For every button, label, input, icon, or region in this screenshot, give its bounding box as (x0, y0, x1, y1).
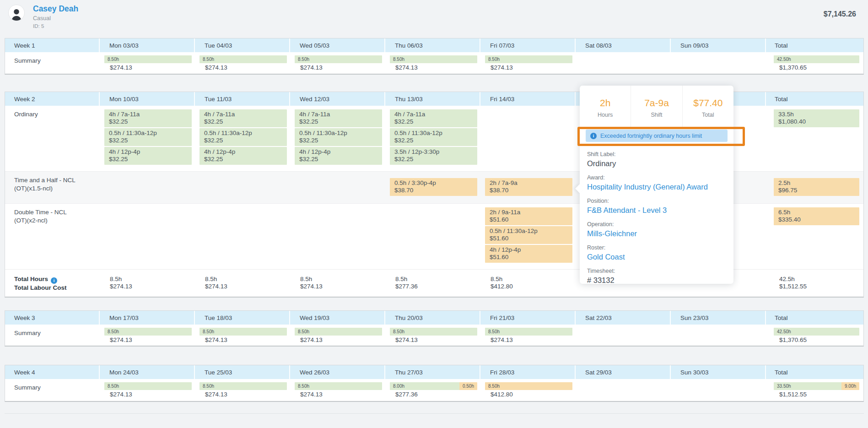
hours-segment: 8.50h (295, 328, 382, 336)
total-cost-value: $274.13 (205, 283, 287, 290)
total-hours-value: 8.5h (395, 276, 477, 283)
shift-pill[interactable]: 0.5h / 3:30p-4p$38.70 (390, 178, 477, 196)
day-header: Tue 04/03 (194, 38, 289, 52)
row-label: Double Time - NCL(OT)(x2-ncl) (5, 204, 99, 269)
shift-time: 0.5h / 11:30a-12p (109, 130, 188, 137)
day-cell: 8.50h$274.13 (480, 52, 575, 75)
total-hours-value: 8.5h (110, 276, 192, 283)
summary-hours-pill[interactable]: 8.50h (199, 382, 287, 390)
shift-amount: $32.25 (109, 137, 188, 144)
hours-segment: 8.50h (295, 382, 382, 390)
summary-hours-pill[interactable]: 8.50h (485, 382, 572, 390)
summary-hours-pill[interactable]: 8.50h (199, 55, 287, 63)
shift-pill[interactable]: 4h / 12p-4p$51.60 (485, 245, 572, 263)
shift-pill[interactable]: 3.5h / 12p-3:30p$32.25 (390, 147, 477, 165)
day-header: Sat 08/03 (575, 38, 670, 52)
warning-banner: i Exceeded fortnightly ordinary hours li… (586, 130, 728, 142)
info-icon[interactable]: i (51, 277, 57, 284)
award-link[interactable]: Hospitality Industry (General) Award (587, 182, 726, 192)
row-label-line: (OT)(x2-ncl) (14, 217, 95, 225)
summary-hours-pill[interactable]: 8.50h (104, 55, 192, 63)
row-label-text: (OT)(x1.5-ncl) (14, 185, 53, 192)
avatar[interactable] (8, 5, 25, 21)
summary-hours-pill[interactable]: 8.50h (199, 328, 287, 336)
stat-value: $77.40 (693, 98, 722, 108)
row-label-text: Time and a Half - NCL (14, 177, 75, 184)
shift-amount: $1,080.40 (778, 118, 856, 125)
popup-stat-hours: 2h Hours (580, 86, 631, 128)
summary-hours-pill[interactable]: 42.50h (774, 328, 859, 336)
day-cell: 0.5h / 3:30p-4p$38.70 (384, 172, 480, 203)
day-header: Mon 17/03 (99, 311, 194, 325)
position-link[interactable]: F&B Attendant - Level 3 (587, 206, 726, 215)
shift-amount: $32.25 (109, 156, 188, 163)
shift-pill[interactable]: 2h / 9a-11a$51.60 (485, 207, 572, 225)
hours-segment: 42.50h (774, 328, 859, 336)
day-cell: 8.50h$274.13 (289, 325, 384, 347)
operation-link[interactable]: Mills-Gleichner (587, 229, 726, 238)
employee-name-link[interactable]: Casey Deah (33, 4, 78, 14)
roster-link[interactable]: Gold Coast (587, 252, 726, 262)
shift-pill[interactable]: 33.5h$1,080.40 (774, 109, 859, 127)
shift-pill[interactable]: 0.5h / 11:30a-12p$32.25 (104, 128, 192, 146)
field-label: Position: (587, 198, 726, 205)
popup-stat-shift: 7a-9a Shift (631, 86, 682, 128)
shift-amount: $51.60 (490, 235, 569, 242)
daily-amount: $1,512.55 (779, 391, 859, 398)
shift-pill[interactable]: 4h / 7a-11a$32.25 (199, 109, 287, 127)
total-cell: 2.5h$96.75 (765, 172, 863, 203)
row-label-text: Double Time - NCL (14, 209, 67, 216)
row-label-line: (OT)(x1.5-ncl) (14, 184, 95, 193)
summary-hours-pill[interactable]: 33.50h9.00h (774, 382, 859, 390)
stat-label: Hours (598, 112, 613, 118)
daily-amount: $274.13 (300, 391, 382, 398)
shift-pill[interactable]: 4h / 12p-4p$32.25 (199, 147, 287, 165)
summary-hours-pill[interactable]: 8.50h (104, 328, 192, 336)
summary-hours-pill[interactable]: 8.50h (485, 55, 572, 63)
shift-amount: $51.60 (490, 254, 569, 261)
shift-pill[interactable]: 4h / 12p-4p$32.25 (104, 147, 192, 165)
grand-total-amount: $7,145.26 (824, 10, 856, 18)
day-cell (670, 325, 765, 347)
shift-pill[interactable]: 0.5h / 11:30a-12p$51.60 (485, 226, 572, 244)
shift-pill[interactable]: 4h / 12p-4p$32.25 (295, 147, 382, 165)
shift-pill[interactable]: 4h / 7a-11a$32.25 (104, 109, 192, 127)
summary-hours-pill[interactable]: 8.50h (485, 328, 572, 336)
shift-time: 0.5h / 3:30p-4p (394, 179, 474, 187)
summary-hours-pill[interactable]: 8.50h (295, 382, 382, 390)
row-summary: Summary8.50h$274.138.50h$274.138.50h$274… (5, 325, 863, 347)
hours-segment: 8.50h (390, 55, 477, 63)
row-label-text: Total Labour Cost (14, 284, 67, 291)
shift-pill[interactable]: 0.5h / 11:30a-12p$32.25 (199, 128, 287, 146)
summary-hours-pill[interactable]: 8.50h (295, 55, 382, 63)
total-cell: 42.50h$1,370.65 (765, 52, 863, 75)
summary-hours-pill[interactable]: 8.50h (390, 328, 477, 336)
daily-amount: $274.13 (110, 64, 192, 71)
week-label: Week 2 (5, 92, 99, 106)
shift-pill[interactable]: 0.5h / 11:30a-12p$32.25 (390, 128, 477, 146)
daily-amount: $274.13 (300, 336, 382, 343)
total-hours-value: 8.5h (300, 276, 382, 283)
warning-text: Exceeded fortnightly ordinary hours limi… (600, 133, 702, 139)
daily-amount: $412.80 (491, 391, 572, 398)
summary-hours-pill[interactable]: 8.50h (295, 328, 382, 336)
hours-segment: 42.50h (774, 55, 859, 63)
summary-hours-pill[interactable]: 8.50h (390, 55, 477, 63)
day-cell: 4h / 7a-11a$32.250.5h / 11:30a-12p$32.25… (194, 106, 289, 171)
summary-hours-pill[interactable]: 8.50h (104, 382, 192, 390)
summary-hours-pill[interactable]: 42.50h (774, 55, 859, 63)
shift-pill[interactable]: 0.5h / 11:30a-12p$32.25 (295, 128, 382, 146)
summary-hours-pill[interactable]: 8.00h0.50h (390, 382, 477, 390)
row-label: Total HoursiTotal Labour Cost (5, 270, 99, 297)
shift-pill[interactable]: 6.5h$335.40 (774, 207, 859, 225)
day-cell: 4h / 7a-11a$32.250.5h / 11:30a-12p$32.25… (289, 106, 384, 171)
shift-pill[interactable]: 4h / 7a-11a$32.25 (295, 109, 382, 127)
shift-pill[interactable]: 2h / 7a-9a$38.70 (485, 178, 572, 196)
shift-pill[interactable]: 2.5h$96.75 (774, 178, 859, 196)
row-label-line: Total Hoursi (14, 275, 95, 284)
row-double-time-ncl: Double Time - NCL(OT)(x2-ncl)2h / 9a-11a… (5, 203, 863, 269)
total-cell: 33.50h9.00h$1,512.55 (765, 379, 863, 401)
shift-pill[interactable]: 4h / 7a-11a$32.25 (390, 109, 477, 127)
week-label: Week 1 (5, 38, 99, 52)
day-cell: 8.50h$274.13 (99, 379, 194, 401)
